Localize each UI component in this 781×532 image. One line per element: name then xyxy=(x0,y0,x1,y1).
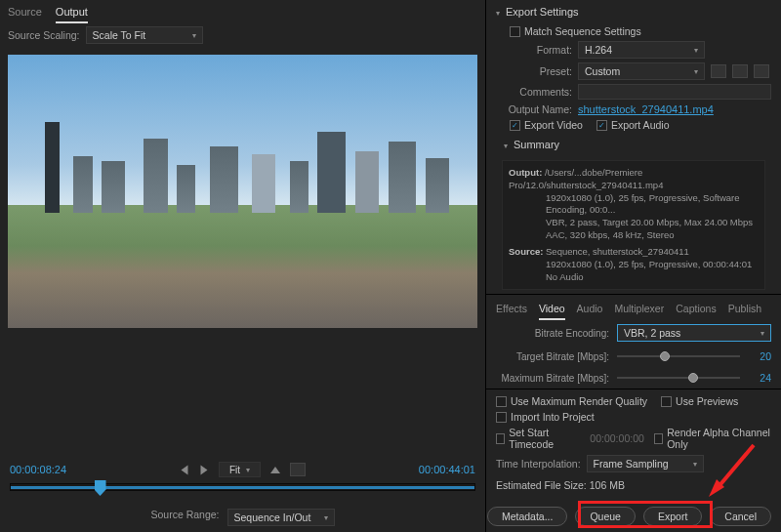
source-range-select[interactable]: Sequence In/Out xyxy=(227,509,335,526)
tab-video[interactable]: Video xyxy=(539,301,565,320)
output-name-label: Output Name: xyxy=(496,103,572,115)
tab-source[interactable]: Source xyxy=(8,4,42,23)
max-bitrate-label: Maximum Bitrate [Mbps]: xyxy=(496,373,609,384)
est-size-value: 106 MB xyxy=(590,479,625,491)
match-sequence-checkbox[interactable]: Match Sequence Settings xyxy=(510,25,641,37)
summary-title: Summary xyxy=(514,139,559,150)
tab-multiplexer[interactable]: Multiplexer xyxy=(614,301,664,320)
chevron-down-icon[interactable] xyxy=(504,139,508,150)
max-bitrate-slider[interactable] xyxy=(617,371,740,385)
preset-select[interactable]: Custom xyxy=(578,62,705,80)
comments-label: Comments: xyxy=(496,86,572,98)
save-preset-icon[interactable] xyxy=(711,64,726,78)
current-time[interactable]: 00:00:08:24 xyxy=(10,464,66,475)
start-timecode-value: 00:00:00:00 xyxy=(590,432,643,444)
crop-icon[interactable] xyxy=(290,463,306,476)
format-select[interactable]: H.264 xyxy=(578,41,705,59)
export-audio-checkbox[interactable]: ✓Export Audio xyxy=(596,119,670,131)
time-interp-select[interactable]: Frame Sampling xyxy=(587,455,704,472)
bitrate-encoding-label: Bitrate Encoding: xyxy=(496,328,609,339)
max-render-checkbox[interactable]: Use Maximum Render Quality xyxy=(496,395,647,407)
export-settings-title: Export Settings xyxy=(506,6,579,18)
format-label: Format: xyxy=(496,44,572,56)
tab-captions[interactable]: Captions xyxy=(676,301,716,320)
delete-preset-icon[interactable] xyxy=(754,64,769,78)
next-frame-icon[interactable] xyxy=(200,465,207,474)
use-previews-checkbox[interactable]: Use Previews xyxy=(661,395,738,407)
output-name-link[interactable]: shutterstock_27940411.mp4 xyxy=(578,103,714,115)
source-range-label: Source Range: xyxy=(150,509,219,526)
aspect-icon[interactable] xyxy=(270,467,280,473)
comments-input[interactable] xyxy=(578,84,771,100)
target-bitrate-slider[interactable] xyxy=(617,349,740,363)
source-scaling-select[interactable]: Scale To Fit xyxy=(86,26,203,44)
export-button[interactable]: Export xyxy=(643,507,702,526)
time-interp-label: Time Interpolation: xyxy=(496,458,581,470)
import-project-checkbox[interactable]: Import Into Project xyxy=(496,411,771,423)
max-bitrate-value[interactable]: 24 xyxy=(748,372,771,384)
tab-effects[interactable]: Effects xyxy=(496,301,527,320)
import-preset-icon[interactable] xyxy=(732,64,748,78)
source-scaling-label: Source Scaling: xyxy=(8,29,80,41)
fit-select[interactable]: Fit xyxy=(219,462,261,477)
preset-label: Preset: xyxy=(496,65,572,77)
playhead[interactable] xyxy=(95,480,106,496)
prev-frame-icon[interactable] xyxy=(181,465,187,474)
est-size-label: Estimated File Size: xyxy=(496,479,587,491)
duration-time: 00:00:44:01 xyxy=(419,464,475,475)
tab-publish[interactable]: Publish xyxy=(728,301,761,320)
tab-audio[interactable]: Audio xyxy=(577,301,603,320)
timeline-track[interactable] xyxy=(10,483,475,491)
tab-output[interactable]: Output xyxy=(56,4,88,23)
export-video-checkbox[interactable]: ✓Export Video xyxy=(510,119,583,131)
preview-area xyxy=(8,55,477,328)
summary-box: Output: /Users/...dobe/Premiere Pro/12.0… xyxy=(502,160,765,290)
chevron-down-icon[interactable] xyxy=(496,6,500,18)
cancel-button[interactable]: Cancel xyxy=(710,507,771,526)
target-bitrate-value[interactable]: 20 xyxy=(748,350,771,362)
metadata-button[interactable]: Metadata... xyxy=(487,507,568,526)
target-bitrate-label: Target Bitrate [Mbps]: xyxy=(496,351,609,362)
set-start-tc-checkbox[interactable]: Set Start Timecode xyxy=(496,427,580,450)
render-alpha-checkbox[interactable]: Render Alpha Channel Only xyxy=(654,427,771,450)
bitrate-encoding-select[interactable]: VBR, 2 pass xyxy=(617,324,771,342)
queue-button[interactable]: Queue xyxy=(575,507,636,526)
